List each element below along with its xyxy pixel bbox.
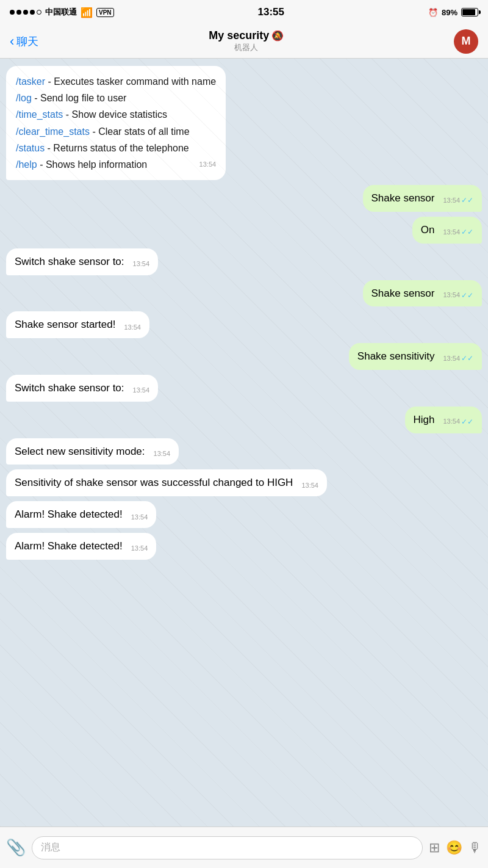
message-bubble-8: High13:54 ✓✓: [405, 407, 483, 433]
status-time: 13:55: [258, 6, 284, 18]
message-bubble-5: Shake sensor started!13:54: [6, 311, 149, 338]
message-bubble-2: On13:54 ✓✓: [412, 217, 482, 244]
message-row-10: Sensitivity of shake sensor was successf…: [6, 469, 482, 496]
keyboard-button[interactable]: ⊞: [429, 840, 440, 856]
message-bubble-12: Alarm! Shake detected!13:54: [6, 533, 156, 560]
message-bubble-10: Sensitivity of shake sensor was successf…: [6, 469, 327, 496]
chat-name: My security: [209, 29, 269, 42]
chat-area: /tasker - Executes tasker command with n…: [0, 59, 488, 826]
avatar[interactable]: M: [454, 29, 478, 54]
help-line-5: /status - Returns status of the telephon…: [16, 140, 216, 156]
message-content-5: Shake sensor started!13:54: [15, 317, 141, 332]
message-content-2: On13:54 ✓✓: [421, 223, 473, 237]
message-time-8: 13:54: [443, 417, 460, 426]
desc-time-stats: - Show device statistics: [66, 109, 167, 120]
sticker-button[interactable]: 😊: [446, 840, 462, 856]
message-bubble-4: Shake sensor13:54 ✓✓: [363, 280, 482, 307]
message-bubble-3: Switch shake sensor to:13:54: [6, 248, 158, 275]
message-meta-6: 13:54 ✓✓: [438, 353, 473, 364]
status-right: ⏰ 89%: [428, 8, 478, 17]
message-time-6: 13:54: [443, 354, 460, 363]
help-time: 13:54: [199, 159, 217, 170]
message-content-7: Switch shake sensor to:13:54: [15, 381, 149, 396]
message-content-4: Shake sensor13:54 ✓✓: [371, 286, 473, 301]
message-text-3: Switch shake sensor to:: [15, 255, 124, 269]
message-placeholder: 消息: [41, 841, 60, 854]
cmd-time-stats: /time_stats: [16, 109, 63, 120]
wifi-icon: 📶: [81, 7, 93, 18]
message-time-10: 13:54: [301, 481, 318, 490]
message-bubble-7: Switch shake sensor to:13:54: [6, 375, 158, 402]
help-line-1: /tasker - Executes tasker command with n…: [16, 73, 216, 90]
message-bubble-11: Alarm! Shake detected!13:54: [6, 501, 156, 528]
message-meta-1: 13:54 ✓✓: [438, 195, 473, 206]
attach-button[interactable]: 📎: [6, 838, 26, 857]
desc-help: - Shows help information: [40, 159, 147, 170]
battery-percent: 89%: [442, 8, 458, 17]
desc-tasker: - Executes tasker command with name: [48, 76, 216, 87]
message-meta-7: 13:54: [128, 386, 150, 395]
bottom-bar: 📎 消息 ⊞ 😊 🎙: [0, 826, 488, 868]
message-content-6: Shake sensitivity13:54 ✓✓: [357, 349, 473, 364]
message-text-7: Switch shake sensor to:: [15, 381, 124, 396]
message-meta-2: 13:54 ✓✓: [438, 227, 473, 237]
message-row-3: Switch shake sensor to:13:54: [6, 248, 482, 275]
nav-title-block: My security 🔕 机器人: [209, 29, 284, 53]
message-row-11: Alarm! Shake detected!13:54: [6, 501, 482, 528]
cmd-log: /log: [16, 93, 32, 103]
mic-button[interactable]: 🎙: [468, 840, 482, 856]
mute-icon: 🔕: [271, 30, 284, 42]
avatar-letter: M: [462, 35, 471, 48]
message-content-1: Shake sensor13:54 ✓✓: [371, 191, 473, 206]
cmd-status: /status: [16, 143, 45, 153]
message-meta-10: 13:54: [296, 481, 318, 490]
message-row-4: Shake sensor13:54 ✓✓: [6, 280, 482, 307]
message-content-12: Alarm! Shake detected!13:54: [15, 539, 148, 554]
message-row-9: Select new sensitivity mode:13:54: [6, 438, 482, 465]
message-text-6: Shake sensitivity: [357, 349, 435, 364]
message-text-4: Shake sensor: [371, 286, 435, 301]
message-text-10: Sensitivity of shake sensor was successf…: [15, 476, 293, 490]
message-meta-12: 13:54: [126, 544, 148, 553]
message-text-11: Alarm! Shake detected!: [15, 507, 123, 522]
nav-bar: ‹ 聊天 My security 🔕 机器人 M: [0, 24, 488, 59]
message-check-1: ✓✓: [461, 195, 473, 206]
alarm-icon: ⏰: [428, 8, 438, 17]
message-row-5: Shake sensor started!13:54: [6, 311, 482, 338]
message-meta-5: 13:54: [119, 323, 141, 332]
message-content-3: Switch shake sensor to:13:54: [15, 255, 149, 269]
message-text-12: Alarm! Shake detected!: [15, 539, 123, 554]
message-row-2: On13:54 ✓✓: [6, 217, 482, 244]
message-time-4: 13:54: [443, 291, 460, 300]
signal-dots: [10, 10, 41, 15]
help-bubble: /tasker - Executes tasker command with n…: [6, 66, 226, 180]
help-line-6: /help - Shows help information 13:54: [16, 156, 216, 173]
help-line-4: /clear_time_stats - Clear stats of all t…: [16, 123, 216, 140]
message-time-5: 13:54: [124, 323, 141, 332]
message-check-6: ✓✓: [461, 353, 473, 364]
message-time-12: 13:54: [131, 544, 148, 553]
message-text-8: High: [414, 413, 435, 427]
status-left: 中国联通 📶 VPN: [10, 7, 114, 18]
vpn-badge: VPN: [96, 8, 114, 17]
message-check-8: ✓✓: [461, 417, 473, 427]
cmd-clear-time-stats: /clear_time_stats: [16, 126, 90, 137]
message-time-1: 13:54: [443, 196, 460, 205]
message-bubble-9: Select new sensitivity mode:13:54: [6, 438, 179, 465]
message-content-11: Alarm! Shake detected!13:54: [15, 507, 148, 522]
message-time-7: 13:54: [133, 386, 150, 395]
cmd-tasker: /tasker: [16, 76, 45, 87]
message-row-1: Shake sensor13:54 ✓✓: [6, 185, 482, 212]
desc-log: - Send log file to user: [34, 93, 126, 103]
message-time-2: 13:54: [443, 228, 460, 237]
message-check-2: ✓✓: [461, 227, 473, 237]
status-bar: 中国联通 📶 VPN 13:55 ⏰ 89%: [0, 0, 488, 24]
desc-clear-time-stats: - Clear stats of all time: [92, 126, 189, 137]
message-content-8: High13:54 ✓✓: [414, 413, 474, 427]
battery-icon: [461, 8, 478, 16]
message-input[interactable]: 消息: [32, 836, 423, 859]
message-meta-3: 13:54: [128, 259, 150, 269]
message-text-5: Shake sensor started!: [15, 317, 115, 332]
back-button[interactable]: ‹ 聊天: [10, 34, 38, 49]
message-meta-8: 13:54 ✓✓: [438, 417, 473, 427]
